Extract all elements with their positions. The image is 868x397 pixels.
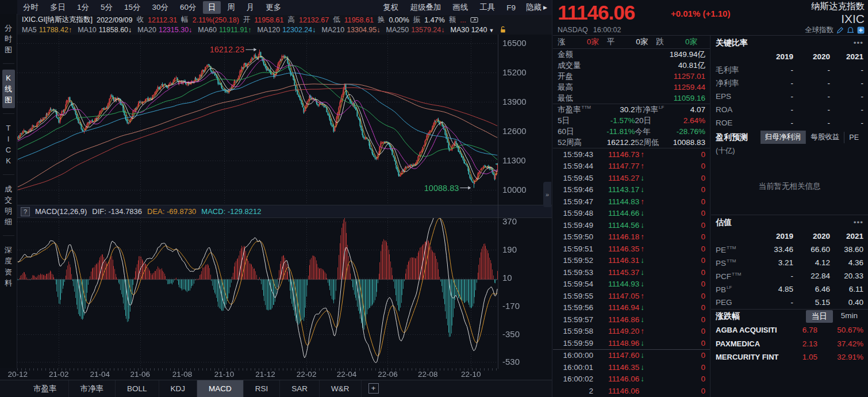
unlock-icon[interactable] <box>500 26 506 33</box>
period-tab-week[interactable]: 周 <box>222 1 240 14</box>
indicator-tab-pe[interactable]: 市盈率 <box>22 380 69 397</box>
forecast-tab-pe[interactable]: PE <box>844 132 863 143</box>
sidebar-item-char: 图 <box>2 44 15 55</box>
period-tab-30min[interactable]: 30分 <box>147 1 174 14</box>
key-ratio-row-label: ROE <box>716 119 758 127</box>
valuation-menu-icon[interactable]: ••• <box>854 218 863 227</box>
alert-bell-icon[interactable] <box>847 26 854 34</box>
mover-row[interactable]: AGBA ACQUISITI6.7850.67% <box>711 323 868 337</box>
tick-row[interactable]: 15:59:4511145.27↓0 <box>553 172 710 184</box>
perf-label-sup: LF <box>659 105 664 110</box>
tick-price: 11144.66 <box>608 209 639 217</box>
hide-button[interactable]: 隐藏▶ <box>521 1 552 14</box>
breadth-label: 跌 <box>656 37 673 47</box>
add-indicator-button[interactable]: + <box>368 383 379 394</box>
axis-separator <box>498 35 498 368</box>
movers-tab-today[interactable]: 当日 <box>806 310 833 323</box>
tick-row[interactable]: 16:00:0211146.06↓0 <box>553 373 710 385</box>
toolbar-action-draw[interactable]: 画线 <box>447 1 473 14</box>
stat-row: 最高11259.44 <box>553 82 710 93</box>
tick-row[interactable]: 15:59:4611143.17↓0 <box>553 184 710 196</box>
breadth-label: 平 <box>607 37 624 47</box>
sidebar-item-depth-info[interactable]: 深度资料 <box>2 242 15 291</box>
tick-row[interactable]: 15:59:4811144.66↓0 <box>553 208 710 220</box>
sidebar-item-trade-detail[interactable]: 成交明细 <box>2 181 15 230</box>
tick-row[interactable]: 15:59:5811149.20↑0 <box>553 326 710 338</box>
tick-row[interactable]: 15:59:5011146.18↑0 <box>553 231 710 243</box>
period-tab-multiday[interactable]: 多日 <box>45 1 71 14</box>
forecast-tab-eps[interactable]: 每股收益 <box>805 131 844 144</box>
tick-row[interactable]: 15:59:5511147.05↑0 <box>553 290 710 302</box>
key-ratio-cell: - <box>793 92 830 101</box>
down-arrow-icon: ↓ <box>640 303 644 312</box>
tick-price: 11149.20 <box>608 327 639 335</box>
tick-row[interactable]: 15:59:5111146.35↑0 <box>553 243 710 255</box>
sidebar-item-minute-chart[interactable]: 分时图 <box>2 20 15 58</box>
period-tab-more[interactable]: 更多 <box>260 1 286 14</box>
collapse-panel-handle[interactable]: » <box>543 182 551 207</box>
tick-row[interactable]: 15:59:4711144.83↑0 <box>553 196 710 208</box>
period-tab-1min[interactable]: 1分 <box>72 1 94 14</box>
toolbar-action-tools[interactable]: 工具 <box>474 1 500 14</box>
tick-row[interactable]: 15:59:5611146.94↓0 <box>553 302 710 314</box>
toolbar-action-overlay[interactable]: 超级叠加 <box>405 1 446 14</box>
kline-chart-area[interactable] <box>17 35 552 205</box>
indicator-tab-boll[interactable]: BOLL <box>116 380 159 397</box>
screencast-icon[interactable] <box>470 17 478 24</box>
valuation-year: 2020 <box>793 232 830 241</box>
indicator-tab-rsi[interactable]: RSI <box>244 380 281 397</box>
indicator-tab-wr[interactable]: W&R <box>320 380 362 397</box>
tick-time: 15:59:57 <box>558 315 593 324</box>
tick-row[interactable]: 15:59:5311145.37↓0 <box>553 266 710 278</box>
toolbar-action-adjust[interactable]: 复权 <box>378 1 404 14</box>
tick-row[interactable]: 16:00:0011147.60↓0 <box>553 349 710 362</box>
movers-tab-5min[interactable]: 5min <box>835 310 863 323</box>
tick-time: 15:59:49 <box>558 221 593 230</box>
indicator-tab-pb[interactable]: 市净率 <box>69 380 116 397</box>
tick-row[interactable]: 16:00:0111146.35↓0 <box>553 361 710 373</box>
period-tab-15min[interactable]: 15分 <box>119 1 146 14</box>
tick-time: 15:59:52 <box>558 256 593 265</box>
tick-row[interactable]: 211146.060 <box>553 385 710 397</box>
kline-canvas[interactable] <box>17 35 552 205</box>
macd-chart-area[interactable] <box>17 218 552 369</box>
ma-value-ma10: MA1011858.60↓ <box>78 26 132 34</box>
ma-more-label: MA30 1240 <box>451 26 487 34</box>
period-tab-day[interactable]: 日 <box>203 1 221 14</box>
help-icon[interactable]: ? <box>21 207 30 216</box>
mover-row[interactable]: MERCURITY FINT1.0532.91% <box>711 350 868 364</box>
indicator-tab-bar: 市盈率市净率BOLLKDJMACDRSISARW&R+ <box>0 380 552 396</box>
add-to-watchlist-icon[interactable] <box>857 26 865 34</box>
tick-row[interactable]: 15:59:5911148.96↓0 <box>553 337 710 349</box>
tick-row[interactable]: 15:59:4411147.77↑0 <box>553 161 710 173</box>
indicator-tab-sar[interactable]: SAR <box>280 380 320 397</box>
tick-row[interactable]: 15:59:5711146.86↓0 <box>553 314 710 326</box>
tick-volume: 0 <box>701 351 705 360</box>
tick-list[interactable]: 15:59:4311146.73↑015:59:4411147.77↑015:5… <box>553 148 710 397</box>
forecast-tab-net-profit[interactable]: 归母净利润 <box>761 131 806 144</box>
sidebar-item-kline-chart[interactable]: K线图 <box>2 70 15 108</box>
stat-row: 成交量40.81亿 <box>553 60 710 71</box>
period-tab-60min[interactable]: 60分 <box>175 1 202 14</box>
valuation-row: PEG-5.150.40 <box>711 296 868 309</box>
perf-label: 52周高 <box>558 138 600 148</box>
indicator-tab-macd[interactable]: MACD <box>197 380 244 397</box>
indicator-tab-kdj[interactable]: KDJ <box>159 380 198 397</box>
tick-row[interactable]: 15:59:5211146.31↓0 <box>553 255 710 267</box>
ma-more-selector[interactable]: MA30 1240▼ <box>451 26 494 34</box>
tick-time: 15:59:59 <box>558 339 593 348</box>
toolbar-action-f9[interactable]: F9 <box>501 2 521 13</box>
macd-canvas[interactable] <box>17 218 552 369</box>
tick-row[interactable]: 15:59:4311146.73↑0 <box>553 148 710 161</box>
sidebar-item-tick[interactable]: TICK <box>2 120 15 169</box>
tick-row[interactable]: 15:59:5411144.93↓0 <box>553 278 710 291</box>
period-tab-5min[interactable]: 5分 <box>95 1 118 14</box>
edit-pencil-icon[interactable] <box>836 26 844 34</box>
period-tab-minute[interactable]: 分时 <box>18 1 44 14</box>
tick-volume: 0 <box>701 256 705 265</box>
mover-row[interactable]: PAXMEDICA2.1337.42% <box>711 337 868 351</box>
tick-time: 2 <box>558 387 593 395</box>
key-ratios-menu-icon[interactable]: ••• <box>854 39 863 47</box>
tick-row[interactable]: 15:59:4911144.56↓0 <box>553 219 710 231</box>
period-tab-month[interactable]: 月 <box>241 1 260 14</box>
